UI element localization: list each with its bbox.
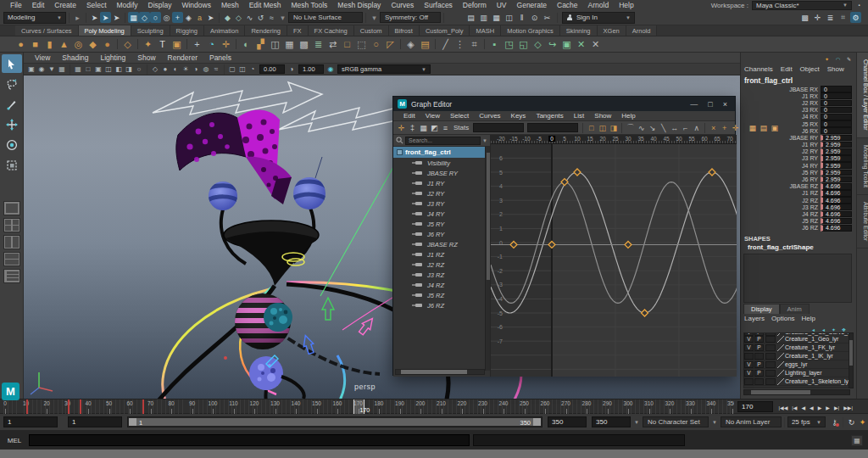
field-chart-icon[interactable]: ◧ bbox=[114, 64, 124, 74]
anim-layer-chevron-icon[interactable]: ▼ bbox=[712, 420, 717, 425]
multi-cut-icon[interactable]: ▩ bbox=[298, 38, 310, 51]
cut-icon[interactable]: ✂ bbox=[542, 12, 553, 23]
insert-keys-icon[interactable]: ‡ bbox=[407, 122, 418, 133]
curve-wrap-icon[interactable]: ↪ bbox=[546, 38, 559, 51]
menu-uv[interactable]: UV bbox=[492, 1, 512, 9]
outliner-channel-item[interactable]: J6 RY bbox=[393, 229, 490, 239]
sphere-wire-icon[interactable]: ○ bbox=[370, 38, 382, 51]
curve-input-icon[interactable]: ∿ bbox=[244, 12, 255, 23]
grid-icon[interactable]: ▦ bbox=[283, 38, 296, 51]
grid-display-icon[interactable]: ▦ bbox=[73, 64, 83, 74]
shelf-tab-rendering[interactable]: Rendering bbox=[245, 25, 287, 36]
outliner-channel-item[interactable]: JBASE RZ bbox=[393, 239, 490, 249]
channel-row[interactable]: JBASE RX0 bbox=[741, 86, 857, 92]
graph-editor-curve-view[interactable]: -20-15-10-50510152025303540455055606570 … bbox=[491, 135, 737, 377]
layer-playback-toggle[interactable]: P bbox=[754, 336, 764, 343]
stats-value-field[interactable] bbox=[527, 123, 578, 132]
render-view-icon[interactable]: ▤ bbox=[465, 12, 476, 23]
channel-value-field[interactable]: 0 bbox=[821, 127, 852, 134]
minimize-button[interactable]: — bbox=[690, 100, 698, 109]
channel-row[interactable]: J4 RY2.959 bbox=[741, 162, 857, 169]
poly-cube-icon[interactable]: ■ bbox=[29, 38, 42, 51]
shelf-tab-xgen[interactable]: XGen bbox=[598, 25, 626, 36]
layer-row[interactable]: VPeggs_lyr bbox=[744, 360, 849, 369]
channel-row[interactable]: J3 RZ4.696 bbox=[741, 204, 857, 210]
shadows-icon[interactable]: ◑ bbox=[191, 64, 201, 74]
shape-node-name[interactable]: front_flag_ctrlShape bbox=[748, 243, 814, 251]
break-tangents-icon[interactable]: × bbox=[708, 122, 719, 133]
layer-color-swatch[interactable] bbox=[765, 370, 776, 377]
select-hierarchy-icon[interactable]: ➤ bbox=[89, 12, 100, 23]
channel-row[interactable]: J2 RX0 bbox=[741, 99, 857, 106]
channel-row[interactable]: J6 RY2.959 bbox=[741, 176, 857, 182]
grid-panel-icon[interactable]: ▣ bbox=[560, 38, 573, 51]
layer-visibility-toggle[interactable]: V bbox=[744, 336, 754, 343]
layer-row[interactable]: VPLighting_layer bbox=[744, 369, 849, 377]
stats-time-field[interactable] bbox=[473, 123, 524, 132]
outliner-channel-item[interactable]: J5 RZ bbox=[393, 290, 490, 300]
shaded-icon[interactable]: ● bbox=[160, 64, 170, 74]
gamma-icon[interactable]: ◑ bbox=[287, 64, 297, 74]
channel-value-field[interactable]: 4.696 bbox=[821, 204, 852, 210]
menu-deform[interactable]: Deform bbox=[458, 1, 492, 9]
channel-value-field[interactable]: 0 bbox=[821, 120, 852, 127]
menu-generate[interactable]: Generate bbox=[512, 1, 552, 9]
graph-canvas[interactable]: 6543210-1-2-3-4-5-6-7 bbox=[491, 144, 737, 377]
menu-mesh-display[interactable]: Mesh Display bbox=[332, 1, 386, 9]
channel-value-field[interactable]: 4.696 bbox=[821, 218, 852, 225]
search-input[interactable]: Search... bbox=[405, 137, 481, 145]
curve-pencil-icon[interactable]: ╱ bbox=[439, 38, 452, 51]
outliner-channel-item[interactable]: Visibility bbox=[393, 158, 490, 168]
auto-keyframe-icon[interactable]: ⚷ bbox=[829, 416, 840, 427]
view-transform-selector[interactable]: sRGB gamma▼ bbox=[337, 64, 431, 74]
channel-value-field[interactable]: 4.696 bbox=[821, 190, 852, 197]
edit-points-icon[interactable]: ⋮ bbox=[453, 38, 466, 51]
outliner-channel-item[interactable]: J2 RY bbox=[393, 188, 490, 198]
graph-menu-curves[interactable]: Curves bbox=[474, 112, 505, 120]
layout-two-pane-side-button[interactable] bbox=[3, 235, 20, 249]
lock-camera-icon[interactable]: ◉ bbox=[36, 64, 47, 74]
shelf-tab-sculpting[interactable]: Sculpting bbox=[131, 25, 170, 36]
command-line-language-label[interactable]: MEL bbox=[0, 437, 29, 444]
viewport-menu-view[interactable]: View bbox=[29, 53, 56, 62]
layer-playback-toggle[interactable]: P bbox=[754, 344, 764, 351]
outliner-root-item[interactable]: front_flag_ctrl bbox=[393, 147, 490, 158]
layer-row[interactable]: VPCreature_1_FK_lyr bbox=[744, 344, 849, 352]
xray-icon[interactable]: ◫ bbox=[237, 64, 248, 74]
shelf-tab-custom-poly[interactable]: Custom_Poly bbox=[420, 25, 470, 36]
layer-color-swatch[interactable] bbox=[765, 361, 776, 368]
channel-row[interactable]: J4 RZ4.696 bbox=[741, 210, 857, 217]
side-tab-modeling-toolkit[interactable]: Modeling Toolkit bbox=[857, 138, 868, 195]
retime-tool-icon[interactable]: ≡ bbox=[440, 122, 451, 133]
layer-editor-tab-display[interactable]: Display bbox=[743, 304, 780, 314]
channel-box-menu-object[interactable]: Object bbox=[800, 65, 820, 73]
crease-icon[interactable]: ▤ bbox=[419, 38, 431, 51]
menu-windows[interactable]: Windows bbox=[176, 1, 215, 9]
menu-mesh[interactable]: Mesh bbox=[216, 1, 244, 9]
safe-title-icon[interactable]: ○ bbox=[134, 64, 144, 74]
sign-in-button[interactable]: Sign In▼ bbox=[562, 12, 635, 24]
move-tool-button[interactable] bbox=[2, 115, 22, 134]
buffer-curve-icon[interactable]: ▣ bbox=[769, 122, 780, 133]
menu-help[interactable]: Help bbox=[614, 1, 638, 9]
exposure-field[interactable]: 0.00 bbox=[259, 64, 285, 74]
layer-visibility-toggle[interactable] bbox=[744, 378, 754, 385]
live-surface-field[interactable]: No Live Surface bbox=[288, 12, 363, 23]
channel-value-field[interactable]: 2.959 bbox=[821, 176, 852, 183]
go-to-start-button[interactable]: |◀◀ bbox=[776, 405, 790, 411]
green-cube-icon[interactable]: ◇ bbox=[531, 38, 544, 51]
scale-tool-button[interactable] bbox=[2, 156, 22, 175]
target-weld-icon[interactable]: ◈ bbox=[404, 38, 417, 51]
viewport-menu-shading[interactable]: Shading bbox=[56, 53, 94, 62]
channel-row[interactable]: J3 RY2.959 bbox=[741, 155, 857, 162]
channel-value-field[interactable]: 2.959 bbox=[821, 162, 852, 169]
move-nearest-key-icon[interactable]: ✛ bbox=[396, 122, 407, 133]
gate-mask-icon[interactable]: ◫ bbox=[103, 64, 114, 74]
graph-menu-edit[interactable]: Edit bbox=[398, 112, 420, 120]
rotate-tool-button[interactable] bbox=[2, 136, 22, 154]
shelf-tab-fx-caching[interactable]: FX Caching bbox=[309, 25, 354, 36]
layer-visibility-toggle[interactable]: V bbox=[744, 361, 754, 368]
character-set-selector[interactable]: No Character Set bbox=[643, 416, 709, 427]
graph-menu-view[interactable]: View bbox=[420, 112, 445, 120]
menu-display[interactable]: Display bbox=[143, 1, 177, 9]
